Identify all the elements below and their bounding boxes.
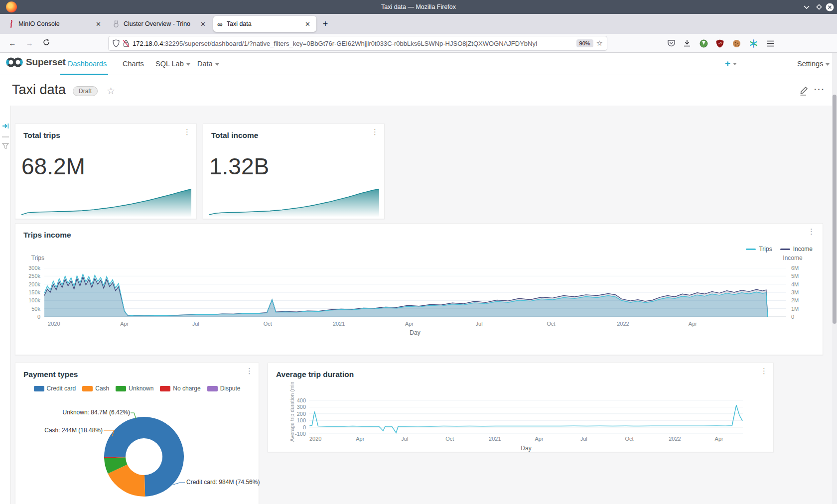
chart-options-kebab-icon[interactable]: ⋮ xyxy=(246,369,251,373)
page-scrollbar-thumb[interactable] xyxy=(833,95,837,324)
card-title: Average trip duration xyxy=(276,370,354,379)
x-axis-tick: Jul xyxy=(401,436,408,442)
url-text: 172.18.0.4:32295/superset/dashboard/1/?n… xyxy=(133,40,573,47)
trips-income-legend: TripsIncome xyxy=(746,246,813,252)
legend-item-credit-card[interactable]: Credit card xyxy=(34,385,76,392)
zoom-level-badge[interactable]: 90% xyxy=(576,39,593,47)
superset-brand[interactable]: Superset xyxy=(6,57,66,68)
dashboard-title: Taxi data xyxy=(12,82,66,98)
filter-funnel-icon[interactable] xyxy=(2,142,9,151)
insecure-lock-icon[interactable] xyxy=(123,39,130,47)
chevron-down-icon xyxy=(826,63,830,66)
callout-cash: Cash: 244M (18.48%) xyxy=(25,427,103,434)
minio-icon xyxy=(8,20,14,28)
x-axis-title: Day xyxy=(410,329,420,336)
nav-sql-lab[interactable]: SQL Lab xyxy=(155,53,190,75)
trips-income-chart xyxy=(44,268,786,317)
chart-options-kebab-icon[interactable]: ⋮ xyxy=(371,130,376,133)
legend-item-unknown[interactable]: Unknown xyxy=(116,385,153,392)
chevron-down-icon xyxy=(186,63,190,66)
legend-label: Income xyxy=(793,246,813,252)
back-button[interactable]: ← xyxy=(6,37,19,49)
card-title: Payment types xyxy=(23,370,78,379)
x-axis-tick: Apr xyxy=(689,321,697,327)
y-axis-tick: 0 xyxy=(285,424,306,430)
privacy-badger-icon[interactable] xyxy=(698,38,708,48)
y-axis-tick: 200 xyxy=(285,411,306,417)
legend-swatch xyxy=(82,386,93,391)
minimize-button[interactable] xyxy=(802,2,811,11)
legend-label: Cash xyxy=(95,385,109,392)
url-field[interactable]: 172.18.0.4:32295/superset/dashboard/1/?n… xyxy=(109,36,607,50)
left-axis-tick: 150k xyxy=(18,289,40,295)
left-axis-tick: 50k xyxy=(18,306,40,312)
bookmark-star-icon[interactable]: ☆ xyxy=(596,39,603,48)
card-title: Total income xyxy=(211,131,258,140)
tab-close-icon[interactable]: ✕ xyxy=(303,20,312,28)
legend-item-no-charge[interactable]: No charge xyxy=(160,385,200,392)
legend-label: Credit card xyxy=(47,385,76,392)
add-new-button[interactable]: + xyxy=(725,53,737,75)
legend-label: No charge xyxy=(173,385,200,392)
superset-logo-icon xyxy=(6,57,23,68)
y-axis-tick: -100 xyxy=(285,431,306,437)
reload-button[interactable] xyxy=(40,37,53,49)
legend-swatch xyxy=(116,386,126,391)
tab-bar: MinIO Console ✕ Cluster Overview - Trino… xyxy=(0,14,837,34)
legend-swatch xyxy=(160,386,170,391)
favorite-star-icon[interactable]: ☆ xyxy=(107,85,115,97)
tab-taxi-data[interactable]: ∞ Taxi data ✕ xyxy=(213,16,316,32)
y-axis-tick: 400 xyxy=(285,397,306,403)
x-axis-tick: 2020 xyxy=(48,321,60,327)
y-axis-tick: 100 xyxy=(285,417,306,423)
nav-settings[interactable]: Settings xyxy=(797,53,830,75)
legend-swatch xyxy=(780,249,790,250)
legend-item-trips[interactable]: Trips xyxy=(746,246,772,252)
more-actions-button[interactable]: ··· xyxy=(814,85,825,94)
x-axis-tick: Jul xyxy=(476,321,483,327)
legend-swatch xyxy=(207,386,218,391)
menu-hamburger-icon[interactable] xyxy=(766,38,776,48)
tab-close-icon[interactable]: ✕ xyxy=(198,20,208,28)
total-trips-value: 68.2M xyxy=(21,153,85,180)
chart-options-kebab-icon[interactable]: ⋮ xyxy=(760,369,765,373)
nav-data[interactable]: Data xyxy=(197,53,219,75)
card-title: Total trips xyxy=(23,131,60,140)
cookie-icon[interactable] xyxy=(731,38,741,48)
maximize-button[interactable] xyxy=(815,2,824,11)
left-axis-tick: 200k xyxy=(18,281,40,287)
legend-item-dispute[interactable]: Dispute xyxy=(207,385,241,392)
tab-close-icon[interactable]: ✕ xyxy=(94,20,103,28)
legend-label: Dispute xyxy=(220,385,241,392)
legend-item-income[interactable]: Income xyxy=(780,246,813,252)
draft-badge: Draft xyxy=(73,86,98,96)
x-axis-tick: Apr xyxy=(535,436,544,442)
x-axis-tick: Jul xyxy=(192,321,199,327)
new-tab-button[interactable]: + xyxy=(319,18,332,31)
tab-cluster-overview-trino[interactable]: Cluster Overview - Trino ✕ xyxy=(109,16,212,32)
filter-bar-divider xyxy=(2,136,9,137)
nav-dashboards[interactable]: Dashboards xyxy=(68,53,107,75)
forward-button[interactable]: → xyxy=(23,37,36,49)
downloads-icon[interactable] xyxy=(682,38,692,48)
card-total-trips: Total trips ⋮ 68.2M xyxy=(15,124,197,219)
nav-charts[interactable]: Charts xyxy=(123,53,144,75)
chart-options-kebab-icon[interactable]: ⋮ xyxy=(183,130,188,133)
edit-dashboard-button[interactable] xyxy=(799,85,809,98)
chart-options-kebab-icon[interactable]: ⋮ xyxy=(808,230,813,233)
extension-asterisk-icon[interactable] xyxy=(748,38,758,48)
expand-filter-bar-icon[interactable] xyxy=(2,123,9,131)
ublock-origin-icon[interactable]: uO xyxy=(715,38,725,48)
pocket-icon[interactable] xyxy=(666,38,676,48)
x-axis-tick: 2021 xyxy=(333,321,345,327)
tab-minio-console[interactable]: MinIO Console ✕ xyxy=(4,16,107,32)
y-axis-tick: 300 xyxy=(285,404,306,410)
shield-icon[interactable] xyxy=(113,39,120,47)
close-button[interactable] xyxy=(825,2,834,11)
dashboard-body: Total trips ⋮ 68.2M Total income ⋮ 1.32B… xyxy=(0,106,837,504)
payment-types-donut xyxy=(15,393,260,504)
total-income-value: 1.32B xyxy=(209,153,269,180)
legend-item-cash[interactable]: Cash xyxy=(82,385,109,392)
x-axis-tick: Apr xyxy=(715,436,723,442)
chevron-down-icon xyxy=(733,63,737,65)
